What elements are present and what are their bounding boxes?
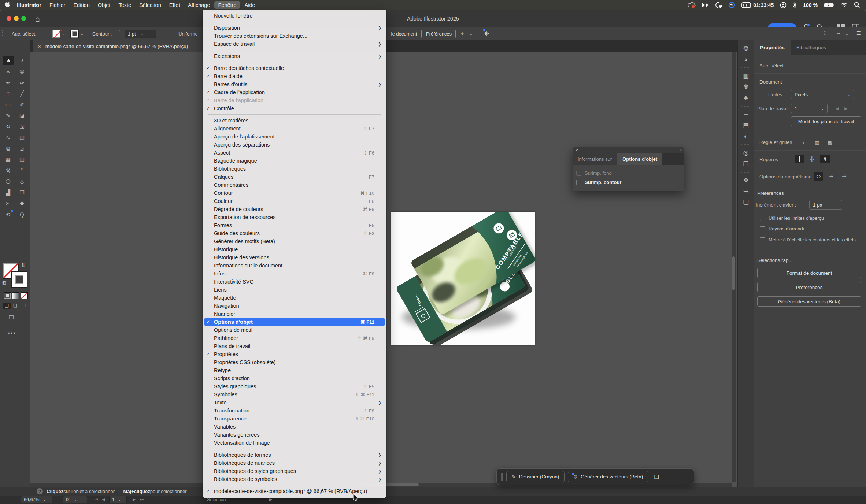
menu-item[interactable]: Liens [204, 286, 385, 294]
last-artboard-icon[interactable]: ⏭ [140, 497, 144, 502]
chevron-down-icon[interactable]: ⌄ [845, 32, 848, 36]
snap-point-icon[interactable]: ⇰ [814, 172, 823, 181]
menu-item[interactable] [208, 22, 381, 22]
menu-item[interactable]: Variables [204, 423, 385, 431]
rotate-view-tool[interactable]: ⟲ [3, 210, 14, 219]
grid-icon[interactable]: ▦ [813, 138, 822, 147]
pixel-grid-icon[interactable]: ▩ [825, 138, 835, 147]
control-bar-grip[interactable] [2, 30, 4, 37]
zoom-level-select[interactable]: 66,67%⌄ [21, 496, 52, 503]
symbols-panel-icon[interactable]: ♣ [744, 95, 748, 101]
previous-artboard-icon[interactable]: ◀ [836, 106, 839, 111]
menu-bar-item[interactable]: Texte [114, 1, 135, 9]
direct-selection-tool[interactable]: ➢ [16, 56, 27, 65]
snap-pixel-icon[interactable]: ⇢ [839, 172, 849, 181]
snap-guides-icon[interactable]: ↯ [820, 155, 830, 163]
menu-item[interactable]: Navigation [204, 302, 385, 310]
menu-item[interactable]: Transformation ⇧ F8 [204, 407, 385, 415]
menu-item[interactable]: Scripts d'action [204, 374, 385, 382]
gauge-stats-icon[interactable] [715, 2, 722, 8]
menu-item[interactable]: Aspect ⇧ F6 [204, 149, 385, 157]
snap-options-icon[interactable]: ⌖ [461, 30, 464, 37]
artboard-tool[interactable]: ❐ [16, 188, 27, 197]
symbol-sprayer-tool[interactable]: ♨ [16, 177, 27, 186]
menu-item[interactable]: ✓ Barre de l'application [204, 96, 385, 104]
artboard[interactable]: ABLE COMPT' [391, 212, 535, 345]
layers-panel-icon[interactable]: ❖ [743, 177, 748, 184]
checkbox-icon[interactable] [760, 226, 765, 231]
touch-workspace-icon[interactable]: ⠿ [824, 31, 827, 36]
chevron-down-icon[interactable]: ⌄ [81, 32, 84, 36]
menu-item[interactable]: Guide des couleurs ⇧ F3 [204, 229, 385, 237]
links-panel-icon[interactable]: ❒ [743, 161, 748, 167]
edit-artboards-button[interactable]: Modif. les plans de travail [791, 116, 861, 126]
eyedropper-tool[interactable]: ❜ [16, 166, 27, 175]
task-bar-handle[interactable] [501, 472, 503, 481]
menu-item[interactable]: 3D et matières [204, 116, 385, 125]
gradient-tool[interactable]: ▨ [16, 155, 27, 164]
timer-widget[interactable]: 01:33:45 [741, 2, 774, 8]
menu-item[interactable]: Interactivité SVG [204, 278, 385, 286]
line-segment-tool[interactable]: ╱ [16, 89, 27, 98]
type-tool[interactable]: T [3, 89, 14, 98]
more-options-icon[interactable]: ⋯ [665, 473, 674, 481]
transparency-panel-icon[interactable]: ◐ [744, 133, 748, 140]
graph-tool[interactable]: ▟ [3, 188, 14, 197]
gradient-panel-icon[interactable]: ▤ [743, 122, 749, 129]
menu-item[interactable]: Transparence ⇧ ⌘ F10 [204, 415, 385, 423]
menu-item[interactable]: Options de motif [204, 326, 385, 334]
reference-image-icon[interactable]: ❏ [652, 473, 661, 481]
menu-bar-item[interactable]: Sélection [135, 1, 165, 9]
draw-behind-button[interactable]: ❏ [11, 303, 19, 309]
export-panel-icon[interactable]: ➥ [743, 188, 748, 194]
user-account-icon[interactable] [780, 2, 787, 8]
measure-tool[interactable]: ⚒ [3, 166, 14, 175]
menu-item[interactable]: Historique [204, 245, 385, 253]
gradient-mode-button[interactable] [12, 292, 19, 299]
lock-guides-icon[interactable]: ╬ [807, 155, 817, 163]
brushes-panel-icon[interactable]: ✾ [743, 84, 748, 90]
menu-item[interactable]: Couleur F6 [204, 197, 385, 205]
menu-item[interactable]: Infos ⌘ F8 [204, 270, 385, 278]
show-guides-icon[interactable]: ╂ [795, 155, 804, 163]
artboards-panel-icon[interactable]: ❏ [743, 199, 748, 205]
menu-bar-item[interactable]: Fichier [45, 1, 70, 9]
overprint-checkbox-row[interactable]: Surimp. contour [576, 178, 681, 187]
selection-tool[interactable]: ➤ [3, 56, 14, 65]
menu-item[interactable]: Historique des versions [204, 253, 385, 262]
mesh-tool[interactable]: ▦ [3, 155, 14, 164]
menu-item[interactable]: Générer des motifs (Beta) [204, 237, 385, 245]
activity-ring-icon[interactable] [728, 1, 735, 8]
edit-toolbar-button[interactable]: ••• [8, 330, 16, 336]
menu-item[interactable]: Aperçu de l'aplatissement [204, 133, 385, 141]
menu-item[interactable]: Trouver des extensions sur Exchange... [204, 32, 385, 40]
menu-item[interactable]: Espace de travail ❯ [204, 40, 385, 48]
menu-item[interactable]: Disposition ❯ [204, 24, 385, 32]
menu-item[interactable]: Formes F5 [204, 221, 385, 229]
menu-item[interactable]: Bibliothèques de formes ❯ [204, 451, 385, 459]
menu-item[interactable]: Extensions ❯ [204, 52, 385, 60]
menu-item[interactable]: Contour ⌘ F10 [204, 189, 385, 197]
perspective-grid-tool[interactable]: ⊿ [16, 144, 27, 153]
stroke-panel-icon[interactable]: ☰ [743, 111, 748, 118]
menu-item[interactable]: Propriétés CSS (obsolète) [204, 358, 385, 366]
checkbox-icon[interactable] [760, 216, 765, 221]
menu-bar-item[interactable]: Effet [165, 1, 184, 9]
close-panel-icon[interactable]: ✕ [575, 148, 578, 152]
checkbox-icon[interactable] [576, 171, 581, 176]
menu-item[interactable]: Retype [204, 366, 385, 374]
rotate-tool[interactable]: ↻ [3, 122, 14, 131]
stroke-weight-stepper[interactable]: ⌃⌄ [118, 30, 121, 37]
stroke-weight-label[interactable]: Contour : [92, 31, 112, 37]
menu-item[interactable]: Informations sur le document [204, 262, 385, 270]
menu-bar-item[interactable]: Fenêtre [214, 1, 241, 9]
menu-item[interactable]: ✓ Options d'objet ⌘ F11 [204, 318, 385, 326]
ruler-corner-icon[interactable]: ⌐ [800, 138, 809, 147]
menu-item[interactable] [208, 62, 381, 62]
artboard-select[interactable]: 1⌄ [791, 104, 828, 113]
menu-item[interactable]: Nuancier [204, 310, 385, 318]
quick-action-button[interactable]: Générer des vecteurs (Beta) [757, 296, 861, 307]
units-select[interactable]: Pixels⌄ [791, 90, 854, 99]
menu-item[interactable]: ✓ Contrôle [204, 104, 385, 112]
snap-pixel-icon[interactable]: ⌁ [837, 30, 840, 36]
